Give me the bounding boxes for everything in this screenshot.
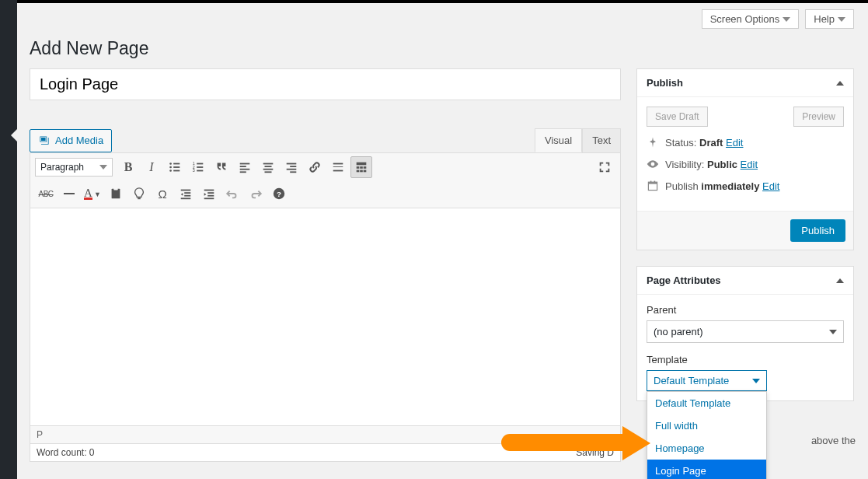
help-label: Help [814,13,835,25]
tab-visual[interactable]: Visual [535,128,582,152]
status-edit-link[interactable]: Edit [726,137,743,149]
attributes-heading: Page Attributes [647,274,721,286]
template-select-value: Default Template [654,375,729,386]
blockquote-button[interactable] [211,156,232,178]
clear-formatting-button[interactable] [128,183,150,205]
visibility-edit-link[interactable]: Edit [741,159,758,170]
admin-sidebar-strip [0,0,17,479]
svg-rect-26 [333,166,343,167]
svg-rect-31 [364,166,367,169]
toolbar-toggle-button[interactable] [350,156,372,178]
bold-button[interactable]: B [117,156,139,178]
media-icon [38,135,51,147]
format-select-label: Paragraph [40,162,84,173]
visibility-value: Public [707,159,737,170]
fullscreen-button[interactable] [594,156,615,178]
status-label: Status: [665,137,696,149]
attributes-heading-row[interactable]: Page Attributes [637,267,853,295]
undo-button[interactable] [221,183,243,205]
svg-rect-22 [290,166,296,167]
parent-label: Parent [647,304,844,316]
svg-rect-39 [184,192,190,194]
format-select[interactable]: Paragraph [35,158,113,177]
preview-button[interactable]: Preview [793,107,844,127]
eye-icon [647,158,659,170]
align-right-button[interactable] [281,156,302,178]
saving-status: Saving D [576,447,614,458]
visibility-label: Visibility: [665,159,704,170]
template-label: Template [647,354,844,365]
svg-rect-13 [240,163,250,165]
svg-rect-14 [240,166,246,167]
svg-rect-37 [138,198,141,199]
paste-text-button[interactable] [105,183,127,205]
svg-rect-30 [360,166,363,169]
numbered-list-button[interactable]: 123 [187,156,209,178]
svg-rect-2 [173,163,180,165]
menu-pointer-icon [11,129,17,142]
publish-heading-row[interactable]: Publish [637,69,853,97]
hr-button[interactable] [58,183,80,205]
svg-rect-27 [333,170,343,172]
svg-rect-50 [650,181,652,183]
screen-options-button[interactable]: Screen Options [702,9,800,29]
svg-rect-41 [181,198,191,199]
schedule-value: immediately [701,180,759,192]
svg-rect-24 [290,171,296,173]
bullet-list-button[interactable] [164,156,186,178]
template-option[interactable]: Default Template [647,392,766,414]
svg-point-1 [169,163,172,165]
collapse-icon [836,81,844,86]
post-title-input[interactable] [30,68,621,100]
parent-select[interactable]: (no parent) [647,320,844,343]
page-heading: Add New Page [30,38,854,59]
page-attributes-metabox: Page Attributes Parent (no parent) Templ… [636,266,854,401]
svg-rect-6 [173,170,180,172]
svg-rect-17 [263,163,274,165]
svg-rect-16 [240,171,246,173]
publish-metabox: Publish Save Draft Preview Status: Draft… [636,68,854,250]
schedule-edit-link[interactable]: Edit [762,180,779,192]
svg-rect-38 [181,190,191,191]
pin-icon [647,136,659,149]
template-option[interactable]: Homepage [647,437,766,460]
chevron-down-icon [752,379,760,383]
outdent-button[interactable] [175,183,197,205]
caret-down-icon [783,17,790,22]
keyboard-help-button[interactable]: ? [268,183,290,205]
save-draft-button[interactable]: Save Draft [647,107,708,127]
svg-rect-51 [654,181,656,183]
publish-heading: Publish [647,77,683,89]
special-char-button[interactable]: Ω [152,183,173,205]
status-value: Draft [699,137,723,149]
publish-button[interactable]: Publish [790,219,845,242]
svg-rect-34 [364,170,367,173]
template-option[interactable]: Full width [647,414,766,437]
more-button[interactable] [327,156,349,178]
screen-options-label: Screen Options [710,13,780,25]
svg-point-3 [169,166,172,169]
indent-button[interactable] [198,183,220,205]
strikethrough-button[interactable]: ABC [35,183,57,205]
align-center-button[interactable] [257,156,279,178]
svg-rect-23 [287,169,297,170]
text-color-button[interactable]: A▼ [82,183,103,205]
italic-button[interactable]: I [141,156,162,178]
template-select[interactable]: Default Template [647,370,767,391]
svg-rect-25 [333,163,343,165]
link-button[interactable] [304,156,326,178]
template-option[interactable]: Login Page [647,460,766,479]
add-media-button[interactable]: Add Media [30,129,112,152]
svg-rect-36 [113,188,117,191]
calendar-icon [647,180,659,192]
editor-content-area[interactable] [30,208,621,426]
svg-rect-49 [648,182,657,184]
svg-rect-20 [265,171,272,173]
editor-path: P [30,426,621,444]
help-button[interactable]: Help [805,9,854,29]
svg-rect-18 [265,166,272,167]
schedule-label: Publish [665,180,699,192]
tab-text[interactable]: Text [582,128,621,152]
align-left-button[interactable] [234,156,256,178]
redo-button[interactable] [245,183,267,205]
